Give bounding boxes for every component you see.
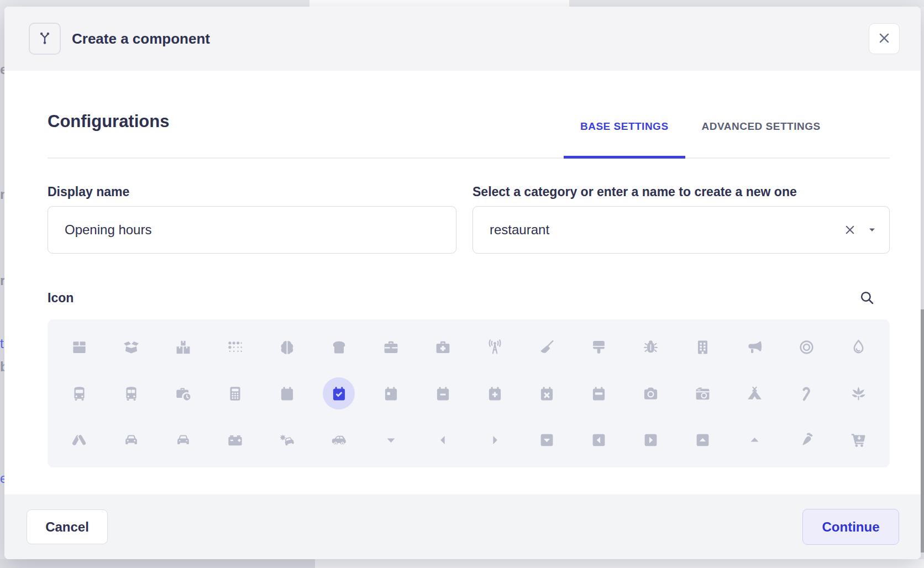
- icon-cell-bullseye[interactable]: [780, 324, 832, 370]
- icon-cell-calendar-minus[interactable]: [417, 370, 469, 417]
- icon-cell-briefcase[interactable]: [365, 324, 417, 370]
- camera-icon: [642, 385, 659, 402]
- icon-cell-car-battery[interactable]: [209, 417, 261, 463]
- icon-cell-cart-arrow-down[interactable]: [832, 417, 884, 463]
- carrot-icon: [798, 432, 815, 449]
- calendar-day-icon: [382, 385, 400, 402]
- display-name-label: Display name: [48, 185, 129, 199]
- building-icon: [694, 339, 711, 356]
- backdrop-bottom-left-strip: [0, 559, 315, 568]
- icon-cell-building[interactable]: [676, 324, 728, 370]
- display-name-input[interactable]: [48, 206, 456, 254]
- tab-advanced-settings[interactable]: ADVANCED SETTINGS: [685, 120, 837, 159]
- icon-cell-burn[interactable]: [832, 324, 884, 370]
- clear-x-icon[interactable]: [841, 220, 859, 239]
- close-icon: [877, 31, 891, 47]
- icon-cell-braille[interactable]: [209, 324, 261, 370]
- dialog-footer: Cancel Continue: [4, 495, 921, 559]
- cancel-button[interactable]: Cancel: [27, 509, 108, 544]
- icon-cell-caret-right[interactable]: [469, 417, 521, 463]
- caret-right-icon: [486, 432, 503, 449]
- broadcast-tower-icon: [486, 339, 503, 356]
- continue-button[interactable]: Continue: [802, 509, 899, 545]
- icon-cell-calendar[interactable]: [261, 370, 313, 417]
- camera-retro-icon: [694, 385, 711, 402]
- cart-arrow-down-icon: [850, 432, 867, 449]
- icon-cell-capsules[interactable]: [53, 417, 105, 463]
- candy-cane-icon: [798, 385, 815, 402]
- icon-cell-caret-up[interactable]: [728, 417, 780, 463]
- icon-cell-candy-cane[interactable]: [780, 370, 832, 417]
- dialog-title: Create a component: [72, 7, 210, 71]
- cannabis-icon: [850, 385, 867, 402]
- calendar-times-icon: [538, 385, 555, 402]
- icon-cell-bullhorn[interactable]: [728, 324, 780, 370]
- icon-cell-broom[interactable]: [521, 324, 573, 370]
- boxes-stacked-icon: [175, 339, 192, 356]
- icon-cell-cannabis[interactable]: [832, 370, 884, 417]
- close-button[interactable]: [869, 23, 900, 54]
- icon-cell-car-side[interactable]: [313, 417, 365, 463]
- icon-cell-bus-alt[interactable]: [105, 370, 157, 417]
- caret-down-icon[interactable]: [867, 225, 877, 235]
- caret-left-icon: [434, 432, 452, 449]
- calendar-minus-icon: [434, 385, 452, 402]
- icon-cell-camera[interactable]: [624, 370, 676, 417]
- brush-icon: [590, 339, 607, 356]
- calendar-week-icon: [590, 385, 607, 402]
- caret-up-icon: [746, 432, 763, 449]
- icon-cell-calendar-plus[interactable]: [469, 370, 521, 417]
- icon-cell-car-alt[interactable]: [157, 417, 209, 463]
- icon-grid: [48, 319, 890, 467]
- bus-icon: [71, 385, 88, 402]
- icon-cell-bug[interactable]: [624, 324, 676, 370]
- icon-cell-calendar-day[interactable]: [365, 370, 417, 417]
- icon-cell-caret-square-left[interactable]: [573, 417, 624, 463]
- icon-cell-bread-slice[interactable]: [313, 324, 365, 370]
- icon-cell-calendar-times[interactable]: [521, 370, 573, 417]
- bullhorn-icon: [746, 339, 763, 356]
- icon-cell-caret-down[interactable]: [365, 417, 417, 463]
- campground-icon: [746, 385, 763, 402]
- icon-cell-business-time[interactable]: [157, 370, 209, 417]
- search-icon[interactable]: [858, 288, 876, 307]
- dialog-header: Create a component: [4, 7, 921, 71]
- component-icon-box: [29, 23, 61, 55]
- icon-cell-caret-square-right[interactable]: [624, 417, 676, 463]
- icon-cell-box-open[interactable]: [105, 324, 157, 370]
- icon-cell-boxes-stacked[interactable]: [157, 324, 209, 370]
- icon-section-label: Icon: [48, 291, 74, 306]
- car-battery-icon: [227, 432, 244, 449]
- icon-cell-caret-square-down[interactable]: [521, 417, 573, 463]
- icon-cell-calendar-week[interactable]: [573, 370, 624, 417]
- icon-cell-caret-square-up[interactable]: [676, 417, 728, 463]
- icon-cell-camera-retro[interactable]: [676, 370, 728, 417]
- icon-cell-brain[interactable]: [261, 324, 313, 370]
- box-icon: [71, 339, 88, 356]
- icon-cell-bus[interactable]: [53, 370, 105, 417]
- icon-cell-broadcast-tower[interactable]: [469, 324, 521, 370]
- icon-cell-calendar-check[interactable]: [313, 370, 365, 417]
- backdrop-scrollbar-thumb[interactable]: [921, 309, 924, 553]
- section-title: Configurations: [48, 112, 169, 132]
- icon-cell-caret-left[interactable]: [417, 417, 469, 463]
- icon-cell-car-crash[interactable]: [261, 417, 313, 463]
- briefcase-icon: [382, 339, 400, 356]
- category-label: Select a category or enter a name to cre…: [473, 185, 797, 199]
- icon-cell-brush[interactable]: [573, 324, 624, 370]
- bread-slice-icon: [330, 339, 348, 356]
- icon-cell-briefcase-medical[interactable]: [417, 324, 469, 370]
- component-branch-icon: [36, 29, 53, 48]
- capsules-icon: [71, 432, 88, 449]
- icon-cell-car[interactable]: [105, 417, 157, 463]
- business-time-icon: [175, 385, 192, 402]
- car-icon: [123, 432, 140, 449]
- category-select[interactable]: [473, 206, 890, 254]
- icon-cell-campground[interactable]: [728, 370, 780, 417]
- icon-cell-carrot[interactable]: [780, 417, 832, 463]
- icon-cell-calculator[interactable]: [209, 370, 261, 417]
- icon-cell-box[interactable]: [53, 324, 105, 370]
- category-input[interactable]: [473, 222, 841, 238]
- tab-base-settings[interactable]: BASE SETTINGS: [564, 120, 685, 159]
- calendar-plus-icon: [486, 385, 503, 402]
